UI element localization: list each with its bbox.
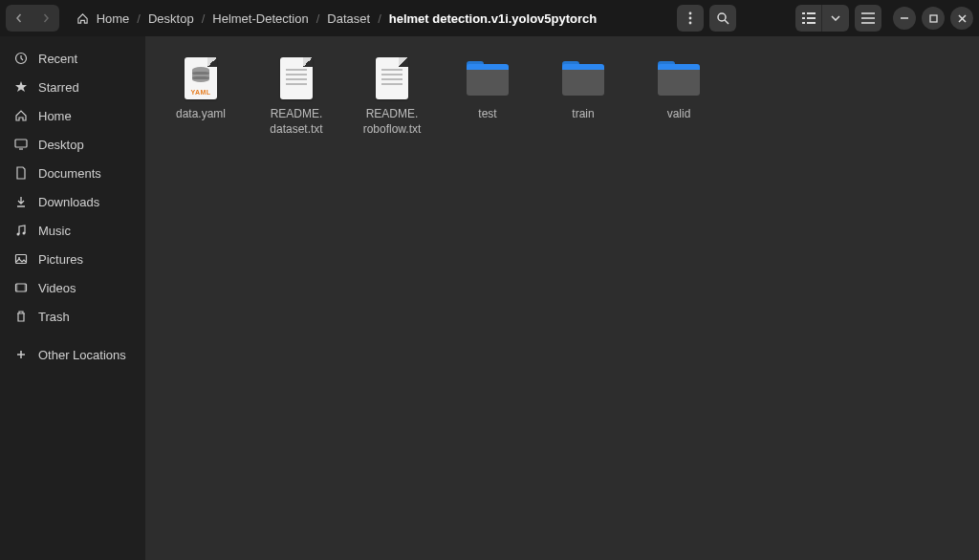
svg-point-1 xyxy=(689,17,692,20)
file-label: README.dataset.txt xyxy=(270,107,322,137)
svg-rect-5 xyxy=(802,12,805,14)
minimize-button[interactable] xyxy=(893,7,916,30)
main-area: Recent Starred Home Desktop Documents Do… xyxy=(0,36,979,560)
svg-rect-15 xyxy=(930,15,937,22)
home-icon xyxy=(13,108,29,123)
svg-rect-7 xyxy=(802,17,805,19)
svg-point-0 xyxy=(689,12,692,15)
breadcrumb-desktop[interactable]: Desktop xyxy=(144,8,198,30)
sidebar-item-desktop[interactable]: Desktop xyxy=(0,130,145,159)
sidebar-item-label: Trash xyxy=(38,310,70,324)
text-file-icon xyxy=(273,55,319,101)
list-view-button[interactable] xyxy=(795,5,822,32)
text-file-icon xyxy=(369,55,415,101)
clock-icon xyxy=(13,51,29,66)
sidebar-item-starred[interactable]: Starred xyxy=(0,73,145,101)
back-button[interactable] xyxy=(6,5,33,32)
folder-icon xyxy=(465,55,511,101)
window-controls xyxy=(893,7,973,30)
music-icon xyxy=(13,223,29,238)
document-icon xyxy=(13,165,29,181)
search-button[interactable] xyxy=(709,5,736,32)
svg-point-21 xyxy=(17,233,20,236)
file-label: test xyxy=(478,107,496,122)
sidebar-item-music[interactable]: Music xyxy=(0,216,145,245)
sidebar-item-label: Videos xyxy=(38,281,76,295)
folder-icon xyxy=(656,55,702,101)
breadcrumb-home[interactable]: Home xyxy=(73,8,133,30)
toolbar-right xyxy=(677,5,973,32)
breadcrumb-separator: / xyxy=(202,11,206,26)
svg-point-22 xyxy=(23,232,26,235)
file-label: valid xyxy=(667,107,691,122)
view-dropdown-button[interactable] xyxy=(822,5,849,32)
chevron-right-icon xyxy=(41,13,51,23)
chevron-left-icon xyxy=(14,13,24,23)
file-item[interactable]: README.dataset.txt xyxy=(249,52,344,140)
breadcrumb-separator: / xyxy=(137,11,141,26)
trash-icon xyxy=(13,309,29,324)
maximize-icon xyxy=(929,14,938,23)
svg-rect-26 xyxy=(16,284,18,291)
sidebar-item-label: Downloads xyxy=(38,195,99,209)
hamburger-button[interactable] xyxy=(855,5,881,32)
plus-icon xyxy=(13,347,29,362)
file-item[interactable]: train xyxy=(535,52,631,140)
sidebar-item-pictures[interactable]: Pictures xyxy=(0,245,145,273)
svg-rect-8 xyxy=(807,17,816,19)
sidebar-item-videos[interactable]: Videos xyxy=(0,273,145,302)
download-icon xyxy=(13,194,29,209)
hamburger-icon xyxy=(861,12,875,24)
sidebar-item-other-locations[interactable]: Other Locations xyxy=(0,340,145,369)
chevron-down-icon xyxy=(831,15,840,21)
sidebar: Recent Starred Home Desktop Documents Do… xyxy=(0,36,145,560)
sidebar-item-home[interactable]: Home xyxy=(0,101,145,130)
sidebar-item-recent[interactable]: Recent xyxy=(0,44,145,73)
svg-line-4 xyxy=(725,20,729,24)
svg-rect-23 xyxy=(16,255,27,264)
close-icon xyxy=(958,14,967,23)
breadcrumb-current[interactable]: helmet detection.v1i.yolov5pytorch xyxy=(385,8,600,30)
yaml-file-icon: YAML xyxy=(178,55,224,101)
search-icon xyxy=(716,11,729,25)
file-item[interactable]: valid xyxy=(631,52,727,140)
home-icon xyxy=(76,12,89,25)
folder-icon xyxy=(560,55,606,101)
sidebar-item-label: Other Locations xyxy=(38,348,126,362)
file-label: train xyxy=(572,107,594,122)
kebab-icon xyxy=(688,11,692,25)
forward-button[interactable] xyxy=(33,5,59,32)
breadcrumb-helmet-detection[interactable]: Helmet-Detection xyxy=(208,8,312,30)
close-button[interactable] xyxy=(950,7,973,30)
nav-buttons xyxy=(6,5,59,32)
svg-rect-27 xyxy=(25,284,27,291)
svg-point-2 xyxy=(689,22,692,25)
svg-rect-10 xyxy=(807,22,816,24)
sidebar-item-label: Starred xyxy=(38,80,79,95)
sidebar-item-label: Recent xyxy=(38,52,77,66)
titlebar: Home / Desktop / Helmet-Detection / Data… xyxy=(0,0,979,36)
maximize-button[interactable] xyxy=(922,7,945,30)
file-item[interactable]: README.roboflow.txt xyxy=(344,52,440,140)
sidebar-item-label: Documents xyxy=(38,166,101,181)
sidebar-item-label: Music xyxy=(38,224,71,238)
menu-button[interactable] xyxy=(677,5,704,32)
file-item[interactable]: YAMLdata.yaml xyxy=(153,52,249,140)
breadcrumb-separator: / xyxy=(378,11,381,26)
breadcrumb-dataset[interactable]: Dataset xyxy=(323,8,374,30)
file-item[interactable]: test xyxy=(440,52,535,140)
sidebar-item-documents[interactable]: Documents xyxy=(0,159,145,187)
list-icon xyxy=(802,12,816,24)
breadcrumb-label: Home xyxy=(97,11,130,26)
picture-icon xyxy=(13,251,29,267)
svg-rect-6 xyxy=(807,12,816,14)
star-icon xyxy=(13,79,29,95)
file-label: data.yaml xyxy=(176,107,226,122)
svg-rect-19 xyxy=(15,140,27,147)
sidebar-item-downloads[interactable]: Downloads xyxy=(0,187,145,216)
file-label: README.roboflow.txt xyxy=(363,107,422,137)
sidebar-item-label: Desktop xyxy=(38,138,84,152)
file-grid[interactable]: YAMLdata.yamlREADME.dataset.txtREADME.ro… xyxy=(145,36,979,560)
sidebar-item-trash[interactable]: Trash xyxy=(0,302,145,331)
desktop-icon xyxy=(13,137,29,152)
